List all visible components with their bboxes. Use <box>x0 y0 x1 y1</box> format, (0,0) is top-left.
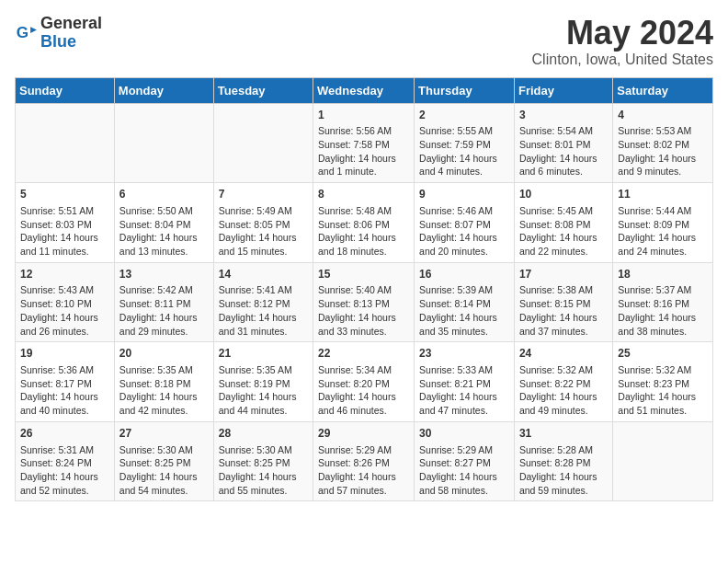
day-info: and 38 minutes. <box>618 325 708 339</box>
calendar-day: 23Sunrise: 5:33 AMSunset: 8:21 PMDayligh… <box>415 342 515 422</box>
day-number: 28 <box>219 426 308 442</box>
day-info: Sunset: 8:24 PM <box>20 456 109 470</box>
day-info: and 57 minutes. <box>318 484 409 498</box>
day-info: Sunrise: 5:31 AM <box>20 443 109 457</box>
day-number: 29 <box>318 426 409 442</box>
day-info: Sunrise: 5:41 AM <box>219 283 308 297</box>
day-info: Sunrise: 5:53 AM <box>618 124 708 138</box>
day-info: Sunset: 8:25 PM <box>219 456 308 470</box>
day-info: Sunrise: 5:44 AM <box>618 204 708 218</box>
logo: G General Blue <box>15 15 102 52</box>
day-info: Daylight: 14 hours <box>318 231 409 245</box>
day-info: Sunrise: 5:49 AM <box>219 204 308 218</box>
day-info: Daylight: 14 hours <box>419 311 509 325</box>
day-info: Daylight: 14 hours <box>618 390 708 404</box>
day-info: and 52 minutes. <box>20 484 109 498</box>
day-info: and 47 minutes. <box>419 404 509 418</box>
day-info: Sunset: 8:08 PM <box>519 218 608 232</box>
day-info: Sunrise: 5:34 AM <box>318 363 409 377</box>
calendar-day: 11Sunrise: 5:44 AMSunset: 8:09 PMDayligh… <box>613 183 713 263</box>
day-info: Sunset: 8:26 PM <box>318 456 409 470</box>
day-info: and 13 minutes. <box>119 245 209 259</box>
day-info: Daylight: 14 hours <box>119 231 209 245</box>
day-info: Daylight: 14 hours <box>618 311 708 325</box>
day-info: and 46 minutes. <box>318 404 409 418</box>
day-number: 15 <box>318 267 409 282</box>
svg-text:G: G <box>17 23 28 41</box>
day-info: and 40 minutes. <box>20 404 109 418</box>
calendar-table: SundayMondayTuesdayWednesdayThursdayFrid… <box>15 77 713 502</box>
day-info: Sunrise: 5:54 AM <box>519 124 608 138</box>
calendar-day: 19Sunrise: 5:36 AMSunset: 8:17 PMDayligh… <box>16 342 115 422</box>
day-info: Sunrise: 5:51 AM <box>20 204 109 218</box>
day-info: and 18 minutes. <box>318 245 409 259</box>
day-number: 9 <box>419 187 509 202</box>
day-info: and 29 minutes. <box>119 325 209 339</box>
logo-text: General Blue <box>40 15 102 52</box>
day-number: 26 <box>20 426 109 442</box>
day-info: Sunset: 7:58 PM <box>318 138 409 152</box>
day-info: and 20 minutes. <box>419 245 509 259</box>
day-info: Sunset: 8:06 PM <box>318 218 409 232</box>
day-info: and 55 minutes. <box>219 484 308 498</box>
day-info: and 24 minutes. <box>618 245 708 259</box>
day-info: Daylight: 14 hours <box>119 311 209 325</box>
day-info: Sunset: 8:19 PM <box>219 377 308 391</box>
calendar-day: 5Sunrise: 5:51 AMSunset: 8:03 PMDaylight… <box>16 183 115 263</box>
calendar-week-3: 12Sunrise: 5:43 AMSunset: 8:10 PMDayligh… <box>16 262 713 342</box>
day-info: Sunset: 8:13 PM <box>318 297 409 311</box>
day-number: 30 <box>419 426 509 442</box>
day-number: 20 <box>119 346 209 362</box>
day-info: Sunrise: 5:36 AM <box>20 363 109 377</box>
day-info: Sunrise: 5:32 AM <box>618 363 708 377</box>
day-number: 7 <box>219 187 308 202</box>
day-info: Daylight: 14 hours <box>618 231 708 245</box>
day-number: 11 <box>618 187 708 202</box>
calendar-day: 24Sunrise: 5:32 AMSunset: 8:22 PMDayligh… <box>514 342 612 422</box>
day-info: and 11 minutes. <box>20 245 109 259</box>
day-info: Sunset: 8:20 PM <box>318 377 409 391</box>
day-info: and 49 minutes. <box>519 404 608 418</box>
day-number: 25 <box>618 346 708 362</box>
calendar-day <box>114 103 213 183</box>
day-info: and 26 minutes. <box>20 325 109 339</box>
weekday-header-monday: Monday <box>114 77 213 103</box>
calendar-week-1: 1Sunrise: 5:56 AMSunset: 7:58 PMDaylight… <box>16 103 713 183</box>
day-info: Sunrise: 5:29 AM <box>419 443 509 457</box>
day-info: Sunrise: 5:33 AM <box>419 363 509 377</box>
day-info: Sunset: 8:04 PM <box>119 218 209 232</box>
calendar-day: 21Sunrise: 5:35 AMSunset: 8:19 PMDayligh… <box>213 342 313 422</box>
day-info: Daylight: 14 hours <box>20 231 109 245</box>
day-number: 4 <box>618 108 708 123</box>
day-info: Sunrise: 5:56 AM <box>318 124 409 138</box>
day-info: Sunset: 8:16 PM <box>618 297 708 311</box>
calendar-day: 28Sunrise: 5:30 AMSunset: 8:25 PMDayligh… <box>213 421 313 501</box>
day-number: 1 <box>318 108 409 123</box>
day-number: 10 <box>519 187 608 202</box>
day-info: and 42 minutes. <box>119 404 209 418</box>
day-number: 12 <box>20 267 109 282</box>
calendar-day: 8Sunrise: 5:48 AMSunset: 8:06 PMDaylight… <box>313 183 415 263</box>
day-info: Sunset: 8:10 PM <box>20 297 109 311</box>
day-info: Sunrise: 5:42 AM <box>119 283 209 297</box>
day-info: Sunset: 8:09 PM <box>618 218 708 232</box>
day-number: 19 <box>20 346 109 362</box>
calendar-day: 6Sunrise: 5:50 AMSunset: 8:04 PMDaylight… <box>114 183 213 263</box>
day-number: 14 <box>219 267 308 282</box>
day-info: Sunrise: 5:45 AM <box>519 204 608 218</box>
day-info: Daylight: 14 hours <box>119 470 209 484</box>
calendar-day: 4Sunrise: 5:53 AMSunset: 8:02 PMDaylight… <box>613 103 713 183</box>
logo-line1: General <box>40 14 102 32</box>
weekday-header-saturday: Saturday <box>613 77 713 103</box>
day-info: Sunset: 8:14 PM <box>419 297 509 311</box>
day-info: Daylight: 14 hours <box>618 152 708 166</box>
weekday-header-sunday: Sunday <box>16 77 115 103</box>
day-info: Daylight: 14 hours <box>219 390 308 404</box>
calendar-subtitle: Clinton, Iowa, United States <box>532 52 713 68</box>
logo-line2: Blue <box>40 32 76 51</box>
day-info: Sunset: 7:59 PM <box>419 138 509 152</box>
day-number: 18 <box>618 267 708 282</box>
day-info: Sunrise: 5:39 AM <box>419 283 509 297</box>
day-info: and 35 minutes. <box>419 325 509 339</box>
day-info: Sunset: 8:11 PM <box>119 297 209 311</box>
